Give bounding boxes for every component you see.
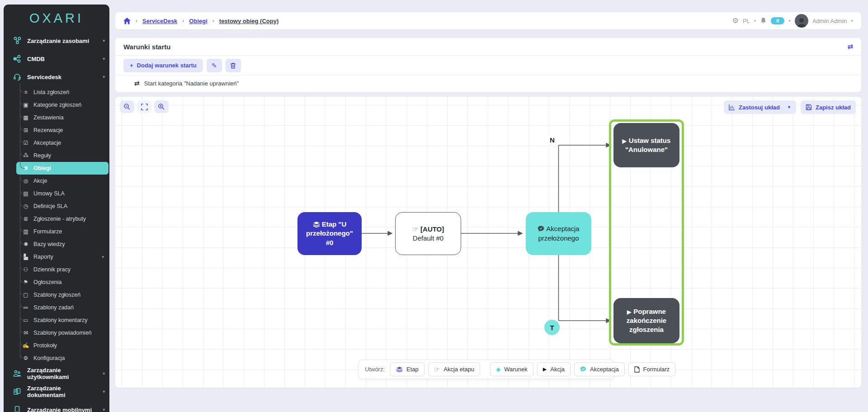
sidebar-item-zgloszenie-atrybuty[interactable]: ≣ Zgłoszenie - atrybuty	[16, 213, 108, 225]
sidebar: OXARI Zarządzanie zasobami ▾ CMDB ▾	[4, 5, 109, 412]
bell-icon[interactable]	[760, 17, 767, 24]
create-etap-button[interactable]: Etap	[390, 362, 425, 376]
create-toolbar: Utwórz: Etap ☞ Akcja etapu ◆ Warunek ▶ A…	[359, 360, 614, 379]
sidebar-item-reguly[interactable]: ⁂ Reguły	[16, 149, 108, 162]
add-start-condition-button[interactable]: + Dodaj warunek startu	[123, 59, 203, 72]
canvas-zoom-controls	[120, 100, 169, 113]
sidebar-item-lista-zgloszen[interactable]: ≡ Lista zgłoszeń	[16, 86, 108, 99]
breadcrumb-servicedesk[interactable]: ServiceDesk	[142, 18, 177, 24]
approval-bubble-icon	[580, 366, 586, 372]
tree-connector	[20, 275, 25, 283]
sidebar-item-zarzadzanie-dokumentami[interactable]: Zarządzanie dokumentami ▾	[4, 383, 109, 401]
zoom-out-button[interactable]	[120, 100, 134, 113]
save-layout-button[interactable]: Zapisz układ	[801, 100, 856, 114]
notification-badge: 0	[771, 17, 784, 24]
node-label: Poprawne zakończenie zgłoszenia	[627, 308, 666, 334]
create-akceptacja-button[interactable]: Akceptacja	[574, 362, 625, 376]
gear-icon[interactable]: ⚙	[732, 17, 739, 24]
sidebar-item-cmdb[interactable]: CMDB ▾	[4, 50, 109, 68]
chevron-down-icon: ▾	[103, 57, 105, 61]
tree-connector	[20, 123, 25, 131]
tree-connector	[20, 85, 25, 93]
create-akcja-etapu-button[interactable]: ☞ Akcja etapu	[428, 362, 480, 376]
home-icon[interactable]	[123, 18, 131, 24]
repeat-icon[interactable]: ⇄	[847, 43, 853, 51]
sidebar-item-definicje-sla[interactable]: ◷ Definicje SLA	[16, 200, 108, 213]
sidebar-item-label: Zgłoszenie - atrybuty	[33, 216, 86, 222]
sidebar-item-obiegi[interactable]: ✳ Obiegi	[16, 162, 108, 175]
sidebar-item-rezerwacje[interactable]: ⊞ Rezerwacje	[16, 124, 108, 137]
servicedesk-icon	[13, 72, 22, 81]
mobile-icon	[13, 405, 22, 412]
sidebar-item-raporty[interactable]: ▙ Raporty ▾	[16, 251, 108, 263]
sidebar-item-kategorie-zgloszen[interactable]: ▣ Kategorie zgłoszeń	[16, 99, 108, 111]
sidebar-item-label: Zarządzanie zasobami	[27, 38, 89, 44]
avatar[interactable]	[795, 14, 808, 28]
chevron-down-icon: ▾	[754, 19, 756, 23]
sidebar-item-zarzadzanie-zasobami[interactable]: Zarządzanie zasobami ▾	[4, 32, 109, 50]
sidebar-item-szablony-komentarzy[interactable]: ▭ Szablony komentarzy	[16, 314, 108, 327]
sidebar-item-zarzadzanie-uzytkownikami[interactable]: Zarządzanie użytkownikami ▾	[4, 365, 109, 383]
sidebar-item-label: Rezerwacje	[33, 127, 63, 133]
sidebar-item-umowy-sla[interactable]: ▤ Umowy SLA	[16, 187, 108, 200]
repeat-icon: ⇄	[134, 80, 140, 87]
breadcrumb-obiegi[interactable]: Obiegi	[189, 18, 207, 24]
apply-layout-button[interactable]: Zastosuj układ ▼	[724, 100, 796, 114]
sidebar-item-label: Formularze	[33, 228, 62, 235]
tree-connector	[20, 187, 25, 194]
user-name[interactable]: Admin Admin	[812, 18, 847, 24]
tree-connector	[20, 237, 25, 245]
zoom-in-button[interactable]	[154, 100, 169, 113]
language-selector[interactable]: PL	[743, 18, 750, 24]
delete-button[interactable]	[226, 59, 241, 72]
edit-button[interactable]: ✎	[207, 59, 222, 72]
sidebar-item-label: Akcje	[33, 178, 47, 184]
document-icon	[634, 366, 640, 373]
sidebar-item-label: Zarządzanie dokumentami	[27, 385, 97, 398]
sidebar-item-label: Szablony zgłoszeń	[33, 292, 80, 298]
sidebar-item-akcje[interactable]: ◎ Akcje	[16, 175, 108, 187]
chevron-down-icon: ▾	[788, 19, 791, 23]
create-akcja-button[interactable]: ▶ Akcja	[537, 362, 571, 376]
create-formularz-button[interactable]: Formularz	[628, 362, 676, 376]
node-set-status-cancelled[interactable]: ▶Ustaw status "Anulowane"	[613, 123, 679, 167]
node-auto-action[interactable]: ☞[AUTO] Default #0	[395, 212, 461, 255]
sidebar-item-ogloszenia[interactable]: ⚑ Ogłoszenia	[16, 276, 108, 289]
sidebar-item-label: Zestawienia	[33, 114, 64, 121]
node-approval[interactable]: Akceptacja przełożonego	[526, 212, 591, 255]
tree-connector	[20, 98, 25, 105]
tree-connector	[20, 161, 25, 169]
sidebar-item-label: Zarządzanie użytkownikami	[27, 367, 97, 380]
sidebar-item-protokoly[interactable]: ✍ Protokoły	[16, 339, 108, 352]
servicedesk-submenu: ≡ Lista zgłoszeń ▣ Kategorie zgłoszeń ▦ …	[4, 86, 109, 365]
sidebar-item-label: Szablony zadań	[33, 304, 74, 311]
trash-icon	[230, 62, 236, 69]
fit-view-button[interactable]	[137, 100, 151, 113]
node-correct-completion[interactable]: ▶Poprawne zakończenie zgłoszenia	[613, 298, 679, 343]
chevron-down-icon: ▾	[103, 38, 105, 43]
sidebar-item-szablony-zadan[interactable]: ≔ Szablony zadań	[16, 301, 108, 314]
sidebar-item-bazy-wiedzy[interactable]: ✺ Bazy wiedzy	[16, 238, 108, 251]
plus-icon: +	[130, 62, 133, 69]
sidebar-item-zarzadzanie-mobilnymi[interactable]: Zarządzanie mobilnymi ▾	[4, 401, 109, 412]
play-icon: ▶	[627, 309, 631, 315]
sidebar-item-label: Servicedesk	[27, 74, 61, 81]
breadcrumb-separator: ›	[212, 18, 214, 24]
sidebar-item-zestawienia[interactable]: ▦ Zestawienia	[16, 111, 108, 124]
sidebar-item-szablony-powiadomien[interactable]: ✉ Szablony powiadomień	[16, 327, 108, 339]
sidebar-item-label: Kategorie zgłoszeń	[33, 102, 81, 108]
node-stage[interactable]: Etap "U przełożonego" #0	[297, 212, 362, 255]
start-condition-text: Start kategoria "Nadanie uprawnień"	[144, 80, 239, 87]
zoom-out-icon	[123, 103, 131, 110]
sidebar-item-formularze[interactable]: ▥ Formularze	[16, 225, 108, 238]
sidebar-item-dziennik-pracy[interactable]: ⚇ Dziennik pracy	[16, 263, 108, 276]
sidebar-item-szablony-zgloszen[interactable]: ▢ Szablony zgłoszeń	[16, 289, 108, 301]
sidebar-item-akceptacje[interactable]: ☑ Akceptacje	[16, 137, 108, 149]
start-condition-row[interactable]: ⇄ Start kategoria "Nadanie uprawnień"	[115, 76, 861, 87]
workflow-canvas[interactable]: Zastosuj układ ▼ Zapisz układ	[115, 97, 861, 388]
layers-icon	[313, 221, 320, 227]
tree-connector	[20, 313, 25, 321]
sidebar-item-konfiguracja[interactable]: ⚙ Konfiguracja	[16, 352, 108, 365]
create-toolbar-label: Utwórz:	[365, 366, 385, 373]
create-warunek-button[interactable]: ◆ Warunek	[490, 362, 533, 376]
